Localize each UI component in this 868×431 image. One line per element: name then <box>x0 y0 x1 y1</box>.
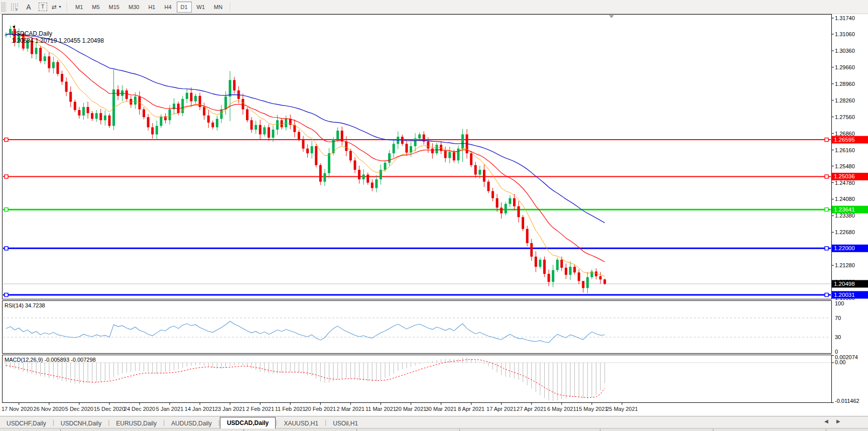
status-bar-divider <box>60 429 61 431</box>
y-axis-tick-label: 1.22680 <box>835 229 855 235</box>
candle-body <box>522 217 524 229</box>
date-label: 20 Mar 2021 <box>396 406 427 412</box>
mt4-terminal: { "toolbar": { "icons": [ {"name": "char… <box>0 0 868 431</box>
candle-body <box>603 279 606 284</box>
candle-body <box>375 179 378 188</box>
line-anchor-handle <box>825 175 828 178</box>
chart-tab-xauusd[interactable]: XAUUSD,H1 <box>277 418 325 428</box>
candle-body <box>69 92 72 102</box>
candle-body <box>358 170 360 179</box>
candle-body <box>302 139 305 149</box>
line-anchor-handle <box>5 138 8 142</box>
y-axis-tick-label: 1.28960 <box>835 81 855 87</box>
candle-body <box>427 142 429 149</box>
y-axis-tick-label: 1.24780 <box>835 180 855 186</box>
y-axis-tick-label: 1.28260 <box>835 97 855 103</box>
rsi-level-label: 70 <box>835 315 841 321</box>
chart-tab-eurusd[interactable]: EURUSD,Daily <box>109 418 163 428</box>
candle-body <box>569 267 571 275</box>
candle-body <box>91 113 93 119</box>
candle-body <box>560 260 563 268</box>
macd-axis-label: -0.011462 <box>835 398 859 404</box>
chart-tab-usoil[interactable]: USOil,H1 <box>326 418 364 428</box>
y-axis-tick-label: 1.27560 <box>835 114 855 120</box>
candle-body <box>281 120 283 127</box>
date-label: 2 Mar 2021 <box>337 406 365 412</box>
date-label: 23 Jan 2021 <box>215 406 245 412</box>
candle-body <box>414 139 417 147</box>
candle-body <box>74 102 76 110</box>
date-label: 6 May 2021 <box>547 406 576 412</box>
candle-body <box>393 144 395 153</box>
candle-body <box>552 270 554 282</box>
date-label: 14 Jan 2021 <box>185 406 215 412</box>
chart-tab-usdcad[interactable]: USDCAD,Daily <box>220 417 276 428</box>
candle-body <box>319 165 322 182</box>
date-label: 24 Dec 2020 <box>124 406 155 412</box>
candle-body <box>328 153 330 173</box>
candle-body <box>311 146 313 153</box>
candle-body <box>483 170 485 182</box>
candle-body <box>453 152 455 160</box>
candle-body <box>548 274 550 282</box>
candle-body <box>194 96 197 101</box>
date-label: 20 Feb 2021 <box>305 406 336 412</box>
date-label: 11 Feb 2021 <box>275 406 306 412</box>
line-anchor-handle <box>825 138 828 142</box>
tab-scroll-left-icon[interactable]: ◀ <box>824 418 828 424</box>
candle-body <box>539 260 541 267</box>
candle-body <box>241 99 244 110</box>
candle-body <box>156 126 158 135</box>
candle-body <box>366 175 369 183</box>
candle-body <box>487 182 489 191</box>
candle-body <box>95 113 98 119</box>
candle-body <box>448 152 451 158</box>
y-axis-tick-label: 1.25480 <box>835 163 855 169</box>
candle-body <box>147 117 150 127</box>
chart-tab-usdchf[interactable]: USDCHF,Daily <box>0 418 53 428</box>
collapse-triangle-icon[interactable]: ▼ <box>12 25 16 30</box>
candle-body <box>500 207 503 213</box>
candle-body <box>151 127 154 134</box>
date-label: 8 Apr 2021 <box>458 406 484 412</box>
macd-axis-label: 0.00 <box>835 359 845 365</box>
candle-body <box>345 142 347 151</box>
candle-body <box>268 127 270 138</box>
candle-body <box>276 120 279 130</box>
candle-body <box>582 281 584 288</box>
price-axis-label: 1.26595 <box>834 137 855 143</box>
candle-body <box>491 191 494 198</box>
candle-body <box>341 131 343 142</box>
candle-body <box>44 56 46 61</box>
candle-body <box>590 271 593 277</box>
candle-body <box>444 151 447 158</box>
candle-body <box>160 117 162 126</box>
candle-body <box>565 268 567 275</box>
chart-tab-usdcnh[interactable]: USDCNH,Daily <box>54 418 108 428</box>
date-label: 11 Mar 2021 <box>365 406 396 412</box>
date-label: 17 Apr 2021 <box>486 406 516 412</box>
candle-body <box>573 267 576 272</box>
rsi-level-label: 100 <box>835 300 844 306</box>
candle-body <box>87 107 89 113</box>
candle-body <box>259 125 262 135</box>
chart-tab-audusd[interactable]: AUDUSD,Daily <box>165 418 218 428</box>
candle-body <box>263 127 266 134</box>
candle-body <box>306 149 309 153</box>
candle-body <box>220 110 223 119</box>
candle-body <box>186 93 188 99</box>
candle-body <box>203 107 205 116</box>
chart-tab-bar: ◀ ▶ USDCHF,Daily|USDCNH,Daily|EURUSD,Dai… <box>0 416 868 428</box>
date-label: 27 Apr 2021 <box>517 406 546 412</box>
candle-body <box>418 135 421 139</box>
candle-body <box>134 96 137 104</box>
candle-body <box>216 119 218 127</box>
candle-body <box>56 62 59 74</box>
line-anchor-handle <box>825 247 828 250</box>
candle-body <box>349 151 352 160</box>
tab-scroll-right-icon[interactable]: ▶ <box>836 418 840 424</box>
candle-body <box>526 229 529 243</box>
line-anchor-handle <box>5 175 8 178</box>
candle-body <box>478 170 481 174</box>
candle-body <box>461 135 464 149</box>
